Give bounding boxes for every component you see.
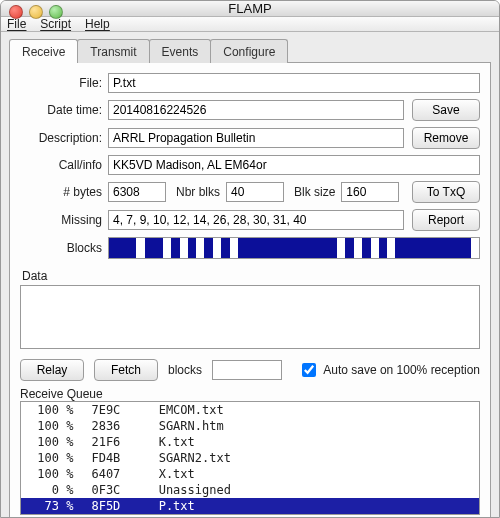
label-relay-blocks: blocks: [168, 363, 202, 377]
label-data: Data: [22, 269, 480, 283]
block-received: [204, 238, 213, 258]
block-missing: [387, 238, 395, 258]
description-field[interactable]: [108, 128, 404, 148]
titlebar: FLAMP: [1, 1, 499, 17]
relay-blocks-field[interactable]: [212, 360, 282, 380]
label-callinfo: Call/info: [20, 158, 102, 172]
queue-row[interactable]: 100 % 7E9C EMCOM.txt: [21, 402, 479, 418]
file-field[interactable]: [108, 73, 480, 93]
block-missing: [180, 238, 188, 258]
receive-page: File: Date time: Save Description: Remov…: [9, 62, 491, 518]
block-missing: [163, 238, 171, 258]
queue-row[interactable]: 100 % 6407 X.txt: [21, 466, 479, 482]
window-title: FLAMP: [1, 1, 499, 16]
label-datetime: Date time:: [20, 103, 102, 117]
nbrblks-field[interactable]: [226, 182, 284, 202]
block-missing: [371, 238, 379, 258]
menu-help[interactable]: Help: [85, 17, 110, 31]
tab-events[interactable]: Events: [149, 39, 212, 63]
label-nbrblks: Nbr blks: [176, 185, 220, 199]
blocks-strip: [108, 237, 480, 259]
label-bytes: # bytes: [20, 185, 102, 199]
label-blksize: Blk size: [294, 185, 335, 199]
menu-file[interactable]: File: [7, 17, 26, 31]
block-received: [188, 238, 196, 258]
block-received: [109, 238, 136, 258]
label-autosave: Auto save on 100% reception: [323, 363, 480, 377]
block-received: [171, 238, 180, 258]
block-missing: [354, 238, 362, 258]
minimize-icon[interactable]: [29, 5, 43, 19]
block-missing: [230, 238, 238, 258]
bytes-field[interactable]: [108, 182, 166, 202]
label-missing: Missing: [20, 213, 102, 227]
blksize-field[interactable]: [341, 182, 399, 202]
label-queue: Receive Queue: [20, 387, 480, 401]
autosave-checkbox[interactable]: [302, 363, 316, 377]
to-txq-button[interactable]: To TxQ: [412, 181, 480, 203]
label-file: File:: [20, 76, 102, 90]
tab-bar: Receive Transmit Events Configure: [1, 32, 499, 62]
fetch-button[interactable]: Fetch: [94, 359, 158, 381]
block-missing: [136, 238, 144, 258]
block-received: [379, 238, 387, 258]
block-missing: [471, 238, 479, 258]
save-button[interactable]: Save: [412, 99, 480, 121]
app-window: FLAMP File Script Help Receive Transmit …: [0, 0, 500, 518]
zoom-icon[interactable]: [49, 5, 63, 19]
block-received: [345, 238, 354, 258]
queue-row[interactable]: 100 % 21F6 K.txt: [21, 434, 479, 450]
menu-script[interactable]: Script: [40, 17, 71, 31]
block-missing: [196, 238, 204, 258]
data-textarea[interactable]: [20, 285, 480, 349]
callinfo-field[interactable]: [108, 155, 480, 175]
block-missing: [213, 238, 221, 258]
block-received: [238, 238, 337, 258]
block-received: [145, 238, 163, 258]
remove-button[interactable]: Remove: [412, 127, 480, 149]
missing-field[interactable]: [108, 210, 404, 230]
queue-row[interactable]: 73 % 8F5D P.txt: [21, 498, 479, 514]
autosave-row[interactable]: Auto save on 100% reception: [298, 360, 480, 380]
block-received: [362, 238, 371, 258]
relay-button[interactable]: Relay: [20, 359, 84, 381]
datetime-field[interactable]: [108, 100, 404, 120]
queue-row[interactable]: 100 % FD4B SGARN2.txt: [21, 450, 479, 466]
queue-row[interactable]: 0 % 0F3C Unassigned: [21, 482, 479, 498]
tab-receive[interactable]: Receive: [9, 39, 78, 63]
receive-queue[interactable]: 100 % 7E9C EMCOM.txt100 % 2836 SGARN.htm…: [20, 401, 480, 515]
block-received: [221, 238, 230, 258]
report-button[interactable]: Report: [412, 209, 480, 231]
label-description: Description:: [20, 131, 102, 145]
queue-row[interactable]: 100 % 2836 SGARN.htm: [21, 418, 479, 434]
menubar: File Script Help: [1, 17, 499, 32]
label-blocks: Blocks: [20, 241, 102, 255]
close-icon[interactable]: [9, 5, 23, 19]
tab-configure[interactable]: Configure: [210, 39, 288, 63]
block-received: [395, 238, 471, 258]
block-missing: [337, 238, 345, 258]
tab-transmit[interactable]: Transmit: [77, 39, 149, 63]
